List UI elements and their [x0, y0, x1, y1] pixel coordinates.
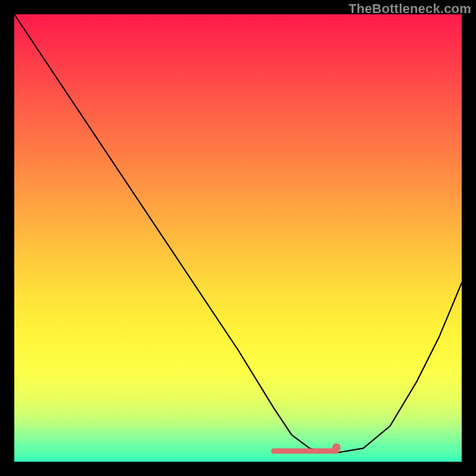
bottleneck-curve — [14, 14, 462, 453]
plot-area — [14, 14, 462, 462]
chart-stage: TheBottleneck.com — [0, 0, 476, 476]
watermark-text: TheBottleneck.com — [349, 1, 471, 17]
curve-min-dot — [332, 443, 340, 452]
curve-layer — [14, 14, 462, 462]
